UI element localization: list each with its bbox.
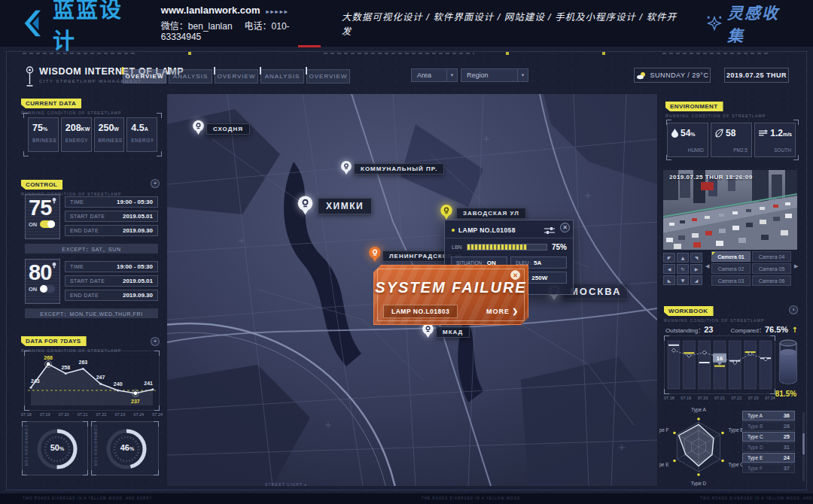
svg-text:Type F: Type F: [659, 427, 669, 433]
x-tick: 07.21: [78, 412, 88, 417]
tab-analysis-2[interactable]: ANALYSIS: [260, 69, 304, 83]
workbook-next-button[interactable]: ›: [789, 305, 798, 314]
pan-down-right-button[interactable]: ◢: [690, 275, 702, 285]
power-toggle-2[interactable]: [40, 285, 55, 293]
alert-more-button[interactable]: MORE ❯: [486, 308, 519, 315]
map-label-mkad[interactable]: МКАД: [436, 326, 470, 338]
add-control-button[interactable]: +: [151, 179, 160, 188]
sun-cloud-icon: [636, 71, 647, 80]
map-pin-khimki[interactable]: [297, 195, 314, 219]
compared-label: Compared：: [731, 327, 765, 334]
sliders-icon[interactable]: [544, 226, 555, 234]
workbook-stats: Outstanding：23 Compared：76.5% ↑: [665, 322, 798, 335]
end-date-row[interactable]: END DATE2019.09.30: [65, 290, 158, 301]
legend-type-e[interactable]: Type E24: [742, 453, 795, 463]
city-map[interactable]: СХОДНЯ КОММУНАЛЬНЫЙ ПР. ХИМКИ ЗАВОДСКАЯ …: [167, 94, 657, 486]
gauge-value: 50%: [25, 443, 90, 452]
camera-button-5[interactable]: Camera 05: [752, 263, 791, 274]
time-row[interactable]: TIME19:00 - 05:30: [65, 196, 158, 208]
brand-logo: 蓝蓝设计: [17, 0, 146, 55]
power-toggle-1[interactable]: [40, 220, 55, 228]
time-row[interactable]: TIME19:00 - 05:30: [65, 261, 158, 272]
stat-wind: 1.2m/s SOUTH: [754, 123, 796, 157]
legend-type-b[interactable]: Type B28: [742, 421, 795, 431]
map-pin-skhodnya[interactable]: [192, 120, 205, 138]
website-link[interactable]: www.lanlanwork.com: [161, 5, 260, 16]
deco-dashes: [662, 53, 768, 54]
panel-7days: DATA FOR 7DAYS RUNNING CONDITION OF STRE…: [21, 332, 163, 353]
street-light-tag: STREET LIGHT ▸: [265, 482, 307, 487]
environment-stats: 54% HUMID 58 PM2.5 1.2m/s SOUTH: [667, 120, 798, 159]
tab-overview-3[interactable]: OVERVIEW: [306, 69, 350, 83]
panel-title-7days: DATA FOR 7DAYS: [21, 336, 87, 346]
map-label-khimki[interactable]: ХИМКИ: [318, 198, 372, 214]
tab-overview-2[interactable]: OVERVIEW: [215, 69, 258, 83]
workbook-x-axis: 07.18 07.19 07.20 07.21 07.22 07.23 07.2…: [664, 396, 775, 400]
pan-up-right-button[interactable]: ◥: [690, 253, 702, 263]
camera-list-prev[interactable]: ◀: [705, 263, 709, 269]
chevron-down-icon: ▼: [446, 69, 457, 81]
pan-down-button[interactable]: ▼: [677, 275, 689, 285]
camera-button-2[interactable]: Camera 02: [711, 263, 751, 274]
expand-chart-button[interactable]: +: [151, 337, 160, 346]
workbook-3d-gauge: [777, 335, 799, 388]
brightness-percent: 75%: [552, 243, 567, 251]
map-pin-kommunalny[interactable]: [340, 160, 352, 178]
start-date-row[interactable]: START DATE2019.05.01: [65, 275, 158, 287]
map-label-skhodnya[interactable]: СХОДНЯ: [206, 123, 250, 135]
map-pin-mkad[interactable]: [422, 323, 434, 342]
line-chart-7days: 243268258263247240237241: [24, 351, 160, 411]
svg-text:247: 247: [96, 375, 105, 380]
radar-chart: Type AType BType CType DType EType F: [659, 408, 742, 486]
legend-type-d[interactable]: Type D31: [742, 442, 795, 452]
region-select-value: Region: [467, 71, 489, 79]
camera-dpad: ◤ ▲ ◥ ◀ ↻ ▶ ◣ ▼ ◢: [663, 253, 702, 285]
x-tick: 07.18: [664, 396, 674, 400]
pan-up-left-button[interactable]: ◤: [663, 253, 675, 263]
pan-up-button[interactable]: ▲: [677, 253, 689, 263]
camera-button-1[interactable]: Camera 01: [711, 251, 751, 262]
camera-button-4[interactable]: Camera 04: [752, 251, 791, 262]
camera-feed[interactable]: 2019.07.25 THUR 18:26:09: [663, 170, 797, 250]
tab-bar: OVERVIEW ANALYSIS OVERVIEW ANALYSIS OVER…: [123, 69, 350, 83]
pan-right-button[interactable]: ▶: [690, 264, 702, 274]
deco-yellow-dot: [506, 52, 509, 55]
pan-down-left-button[interactable]: ◣: [663, 275, 675, 285]
svg-text:240: 240: [114, 381, 123, 387]
stat-pm25: 58 PM2.5: [711, 123, 752, 157]
area-select[interactable]: Area ▼: [411, 68, 458, 82]
chart-x-axis: 07.18 07.19 07.20 07.21 07.22 07.23 07.2…: [21, 412, 163, 417]
start-date-row[interactable]: START DATE2019.05.01: [65, 211, 158, 222]
map-pin-leningradskoe[interactable]: [368, 246, 382, 266]
region-select[interactable]: Region ▼: [461, 68, 528, 82]
camera-button-6[interactable]: Camera 06: [752, 275, 791, 286]
legend-type-c[interactable]: Type C25: [742, 432, 795, 442]
camera-button-3[interactable]: Camera 03: [711, 275, 751, 286]
brightness-bar-row: LBN 75%: [445, 238, 573, 253]
wechat-id: 微信：ben_lanlan: [161, 21, 233, 32]
map-label-zavodskaya[interactable]: ЗАВОДСКАЯ УЛ: [456, 208, 526, 219]
tab-overview-1[interactable]: OVERVIEW: [123, 69, 166, 83]
stat-briness-w: 250W BRINESS: [94, 117, 125, 152]
control-brightness-2: 80 ON: [25, 259, 60, 304]
workbook-bar-chart: 16: [664, 335, 775, 394]
brightness-bar[interactable]: [467, 244, 547, 250]
scrollbar-decoration[interactable]: [802, 412, 805, 481]
legend-type-f[interactable]: Type F37: [742, 463, 795, 473]
radar-legend: Type A36 Type B28 Type C25 Type D31 Type…: [742, 411, 795, 474]
inspiration-collect-link[interactable]: 灵感收集: [706, 1, 796, 46]
x-tick: 07.22: [96, 412, 107, 417]
map-label-kommunalny[interactable]: КОММУНАЛЬНЫЙ ПР.: [354, 163, 444, 175]
svg-text:16: 16: [717, 355, 723, 362]
end-date-row[interactable]: END DATE2019.09.30: [65, 225, 158, 236]
legend-type-a[interactable]: Type A36: [742, 411, 795, 421]
tab-analysis-1[interactable]: ANALYSIS: [169, 69, 212, 83]
pan-left-button[interactable]: ◀: [663, 264, 675, 274]
reset-view-button[interactable]: ↻: [677, 264, 689, 274]
camera-list-next[interactable]: ▶: [794, 263, 798, 269]
stat-energy-kw: 208KW ENERGY: [61, 117, 92, 152]
arrow-up-icon: ↑: [792, 326, 798, 334]
bottom-deco-text-right: TWO ROADS DIVERGED IN A YELLOW WOOD, AND…: [700, 496, 813, 500]
deco-yellow-dot: [602, 52, 605, 55]
popup-close-button[interactable]: ✕: [560, 223, 570, 232]
